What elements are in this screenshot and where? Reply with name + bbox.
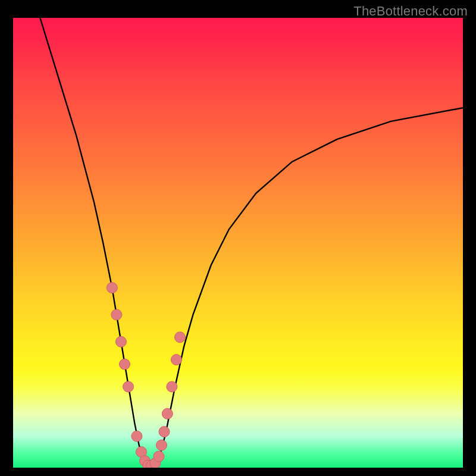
plot-svg <box>13 18 463 468</box>
marker-dot <box>131 431 142 441</box>
marker-dot <box>162 408 173 419</box>
marker-dot <box>154 451 164 462</box>
marker-dot <box>123 381 134 392</box>
marker-dot <box>167 381 177 392</box>
watermark-text: TheBottleneck.com <box>353 4 468 19</box>
plot-area <box>13 18 463 468</box>
bottleneck-curve <box>40 18 463 465</box>
marker-dot <box>156 440 167 450</box>
marker-dot <box>107 283 117 293</box>
marker-dot <box>115 336 126 347</box>
marker-dot <box>119 359 130 369</box>
marker-dot <box>159 427 170 437</box>
marker-dot <box>111 309 122 320</box>
marker-group <box>107 283 185 468</box>
marker-dot <box>171 355 181 365</box>
marker-dot <box>174 332 185 343</box>
chart-stage: TheBottleneck.com <box>0 0 476 476</box>
